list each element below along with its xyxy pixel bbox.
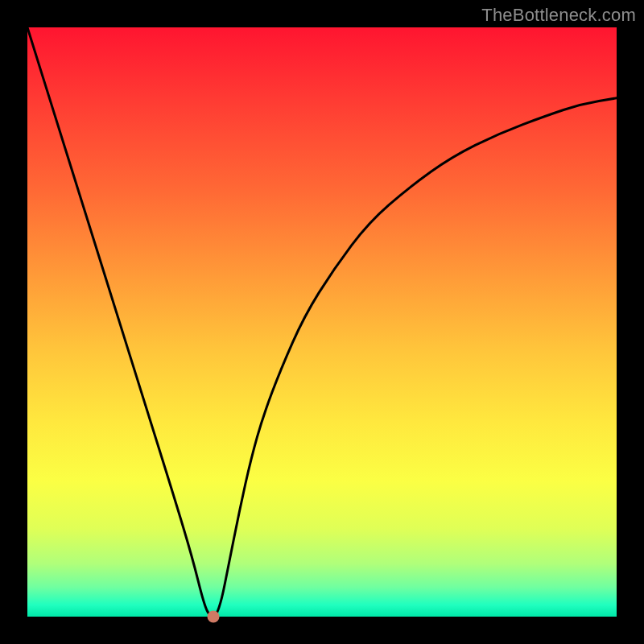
watermark-text: TheBottleneck.com [481,5,636,26]
bottleneck-curve-path [27,27,617,617]
chart-frame: TheBottleneck.com [0,0,644,644]
plot-area [27,27,617,617]
curve-svg [27,27,617,617]
minimum-marker [207,611,219,623]
